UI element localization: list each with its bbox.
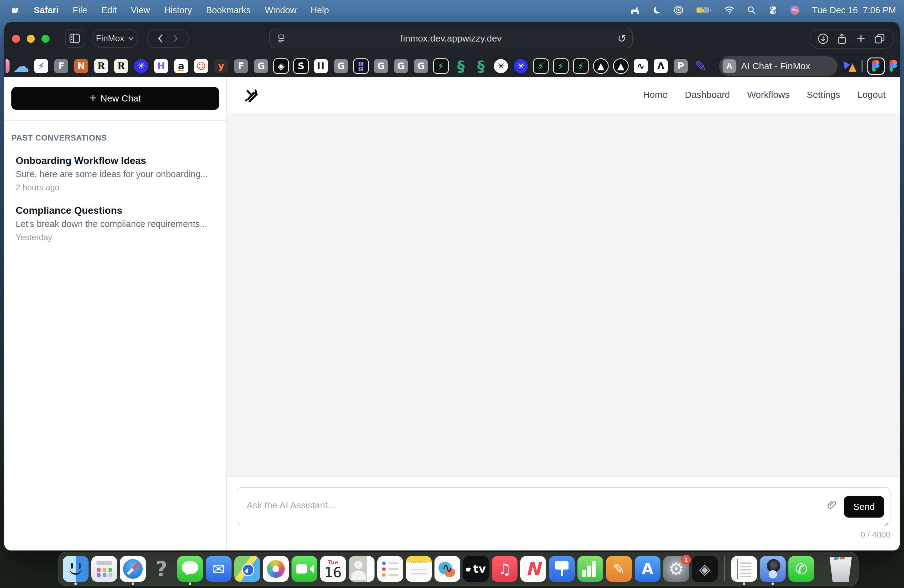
figma-icon[interactable]: [890, 60, 898, 72]
dock-item-keynote[interactable]: [549, 552, 575, 586]
favicon-openai-blue[interactable]: ✳: [134, 59, 148, 73]
favicon-amazon[interactable]: a: [174, 59, 188, 73]
conversation-item[interactable]: Onboarding Workflow IdeasSure, here are …: [11, 143, 219, 193]
favicon-pen[interactable]: ✎: [694, 59, 708, 73]
favicon-letter-f[interactable]: F: [54, 59, 68, 73]
dock-item-launchpad[interactable]: [91, 552, 117, 586]
dock-item-reminders[interactable]: [377, 552, 403, 586]
dock-item-apple-tv[interactable]: tv: [463, 552, 489, 586]
dock-item-safari[interactable]: [120, 552, 146, 586]
dock-item-mail[interactable]: ✉: [206, 552, 232, 586]
wifi-icon[interactable]: [724, 6, 735, 14]
dock-item-music[interactable]: ♫: [492, 552, 517, 586]
dock-item-freeform[interactable]: ∿: [435, 552, 460, 586]
forward-button[interactable]: [171, 34, 179, 43]
nav-link-dashboard[interactable]: Dashboard: [685, 90, 730, 100]
conversation-item[interactable]: Compliance QuestionsLet's break down the…: [11, 193, 219, 242]
favicon-letter-s[interactable]: S: [294, 59, 308, 73]
chat-input[interactable]: [237, 488, 890, 525]
nav-link-logout[interactable]: Logout: [857, 90, 885, 100]
favicon-letter-r[interactable]: R: [94, 59, 108, 73]
favicon-swirl-green[interactable]: §: [454, 59, 468, 73]
dock-item-photos[interactable]: [263, 552, 289, 586]
dock-item-maps[interactable]: [234, 552, 260, 586]
favicon-letter-g[interactable]: G: [254, 59, 268, 73]
favicon-cloud[interactable]: ☁: [14, 59, 28, 73]
menu-item-safari[interactable]: Safari: [34, 5, 59, 15]
dock-item-numbers[interactable]: [577, 552, 603, 586]
favicon-triangle-dark[interactable]: ▲: [594, 59, 608, 73]
favicon-swoosh[interactable]: ∿: [634, 59, 648, 73]
finmox-logo-icon[interactable]: [243, 87, 259, 103]
favicon-bolt-green[interactable]: ⚡: [434, 59, 448, 73]
new-chat-button[interactable]: + New Chat: [11, 87, 219, 110]
favicon-letter-g[interactable]: G: [394, 59, 408, 73]
resize-handle[interactable]: [883, 518, 889, 523]
favicon-letter-h[interactable]: H: [154, 59, 168, 73]
favicon-letter-g[interactable]: G: [334, 59, 348, 73]
dock-item-facetime[interactable]: [291, 552, 317, 586]
downloads-icon[interactable]: [817, 33, 829, 44]
favicon-pixel-grid[interactable]: ⣿: [354, 59, 368, 73]
menu-item-bookmarks[interactable]: Bookmarks: [206, 5, 251, 15]
menu-item-window[interactable]: Window: [265, 5, 296, 15]
profile-dropdown[interactable]: FinMox: [92, 29, 138, 48]
favicon-partial[interactable]: [6, 59, 9, 73]
favicon-pause[interactable]: II: [314, 59, 328, 73]
back-button[interactable]: [156, 34, 164, 43]
favicon-reddit[interactable]: ☺: [194, 59, 208, 73]
menu-item-edit[interactable]: Edit: [101, 5, 117, 15]
dock-item-calendar[interactable]: Tue16: [320, 552, 346, 586]
favicon-bolt-green[interactable]: ⚡: [534, 59, 548, 73]
dock-item-prism-app[interactable]: ◈: [692, 552, 718, 586]
moon-icon[interactable]: [652, 6, 661, 15]
favicon-diamond[interactable]: ◈: [274, 59, 288, 73]
favicon-openai-white[interactable]: ✳: [494, 59, 508, 73]
dock-item-app-store[interactable]: A: [635, 552, 661, 586]
tab-overview-icon[interactable]: [874, 33, 885, 44]
favicon-letter-r[interactable]: R: [114, 59, 128, 73]
dock-item-missing-app[interactable]: ?: [149, 552, 174, 586]
control-center-icon[interactable]: [768, 6, 778, 15]
zoom-window-button[interactable]: [41, 35, 49, 43]
favicon-swirl-green[interactable]: §: [474, 59, 488, 73]
favicon-letter-g[interactable]: G: [374, 59, 388, 73]
dock-item-textedit[interactable]: [731, 552, 757, 586]
dock-item-photo-booth[interactable]: [760, 552, 785, 586]
favicon-letter-n[interactable]: N: [74, 59, 88, 73]
airplay-icon[interactable]: [674, 5, 684, 15]
favicon-triangle-dark[interactable]: ▲: [614, 59, 628, 73]
reload-icon[interactable]: ↻: [618, 32, 626, 44]
favicon-hubspot[interactable]: y: [214, 59, 228, 73]
llama-icon[interactable]: [629, 6, 640, 15]
favicon-sailboat[interactable]: Λ: [654, 59, 668, 73]
sidebar-toggle-button[interactable]: [65, 29, 84, 48]
active-tab[interactable]: A AI Chat - FinMox: [719, 56, 838, 76]
apple-menu-icon[interactable]: [12, 6, 20, 15]
page-format-icon[interactable]: [277, 33, 286, 45]
dock-item-trash[interactable]: [828, 552, 853, 586]
dock-item-phone[interactable]: ✆: [789, 552, 814, 586]
dock-item-system-settings[interactable]: ⚙1: [663, 552, 689, 586]
address-bar[interactable]: finmox.dev.appwizzy.dev ↻: [269, 28, 633, 48]
nav-link-home[interactable]: Home: [643, 90, 667, 100]
minimize-window-button[interactable]: [27, 35, 35, 43]
favicon-letter-g[interactable]: G: [414, 59, 428, 73]
nav-link-settings[interactable]: Settings: [807, 90, 840, 100]
nav-link-workflows[interactable]: Workflows: [747, 90, 790, 100]
favicon-openai-blue[interactable]: ✳: [514, 59, 528, 73]
search-icon[interactable]: [747, 6, 756, 15]
menu-item-history[interactable]: History: [164, 5, 192, 15]
dock-item-finder[interactable]: [63, 552, 89, 586]
favicon-bolt-green[interactable]: ⚡: [574, 59, 588, 73]
menu-item-view[interactable]: View: [131, 5, 150, 15]
dock-item-notes[interactable]: [406, 552, 432, 586]
new-tab-icon[interactable]: [855, 33, 867, 44]
attachment-icon[interactable]: [827, 499, 837, 512]
share-icon[interactable]: [836, 33, 848, 44]
favicon-letter-f[interactable]: F: [234, 59, 248, 73]
menu-item-help[interactable]: Help: [311, 5, 329, 15]
favicon-letter-p[interactable]: P: [674, 59, 688, 73]
dock-item-contacts[interactable]: [349, 552, 375, 586]
send-button[interactable]: Send: [844, 496, 884, 518]
